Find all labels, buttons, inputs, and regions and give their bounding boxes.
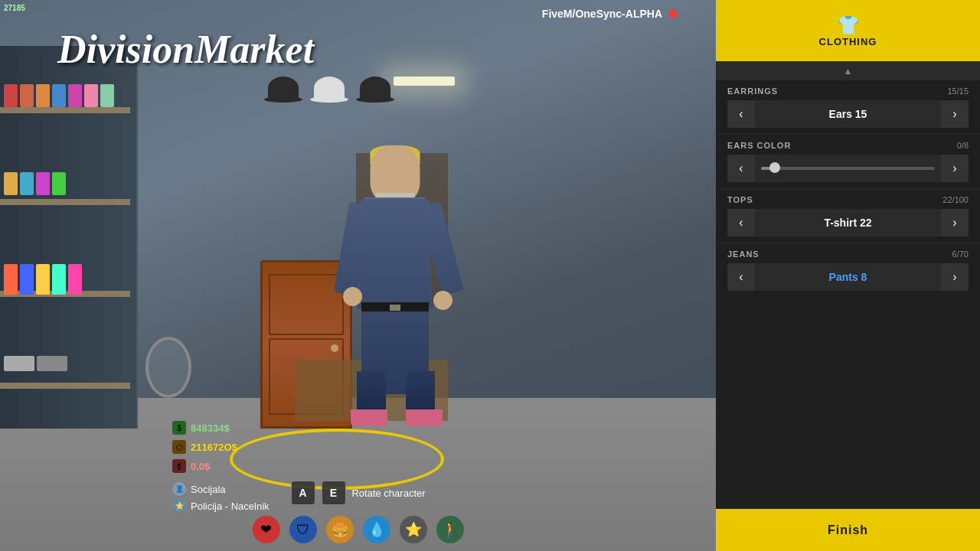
wall-display — [268, 77, 390, 99]
earrings-header: EARRINGS 15/15 — [727, 86, 969, 96]
fan — [145, 337, 191, 398]
username-label: Socijala — [191, 484, 226, 495]
user-info: 👤 Socijala ⭐ Policija - Nacelnik — [172, 482, 270, 513]
ears-color-slider-thumb — [769, 162, 780, 173]
clothing-icon: 👕 — [837, 15, 860, 36]
controls-bar: A E Rotate character — [290, 481, 425, 505]
ears-color-count: 0/8 — [957, 141, 969, 150]
shelf-item — [52, 84, 66, 107]
panel-header: 👕 CLOTHING — [716, 0, 980, 61]
panel-title: CLOTHING — [819, 36, 877, 47]
shelves-left — [0, 46, 138, 429]
shelf-item — [52, 172, 66, 195]
panel-sections: EARRINGS 15/15 ‹ Ears 15 › EARS COLOR 0/… — [716, 80, 980, 295]
jeans-next-button[interactable]: › — [941, 263, 969, 291]
tops-selector: ‹ T-shirt 22 › — [727, 209, 969, 236]
shelf-item — [20, 172, 34, 195]
earrings-selector: ‹ Ears 15 › — [727, 100, 969, 128]
earrings-section: EARRINGS 15/15 ‹ Ears 15 › — [716, 80, 980, 135]
ears-color-header: EARS COLOR 0/8 — [727, 141, 969, 150]
shelf-2 — [0, 199, 130, 205]
rotate-label: Rotate character — [351, 487, 425, 499]
role-label: Policija - Nacelnik — [191, 500, 270, 512]
ears-color-next-button[interactable]: › — [941, 155, 969, 182]
char-leg-left — [357, 371, 386, 413]
shelf-1 — [0, 107, 130, 113]
wall-hat-3 — [360, 77, 390, 99]
wall-hat-2 — [314, 77, 345, 99]
finish-button[interactable]: Finish — [716, 509, 980, 551]
money-gold-amount: 211672O$ — [191, 442, 237, 453]
server-status-dot — [668, 9, 678, 18]
char-shoe-left — [351, 409, 387, 426]
walk-icon: 🚶 — [436, 516, 464, 543]
char-shoe-right — [406, 409, 443, 426]
username-icon: 👤 — [172, 482, 186, 496]
armor-icon: 🛡 — [289, 516, 317, 543]
tops-header: TOPS 22/100 — [727, 195, 969, 204]
char-leg-right — [406, 371, 435, 413]
char-body — [361, 199, 430, 306]
ears-color-section: EARS COLOR 0/8 ‹ › — [716, 135, 980, 189]
tops-label: TOPS — [727, 195, 753, 204]
char-hand-left — [343, 287, 362, 306]
extra-icon: ⭐ — [400, 516, 427, 543]
shelf-item — [4, 172, 18, 195]
panel-spacer — [716, 295, 980, 509]
water-icon: 💧 — [363, 516, 390, 543]
key-a-button[interactable]: A — [290, 481, 315, 505]
char-hand-right — [433, 291, 452, 310]
scroll-indicator: ▲ — [716, 61, 980, 80]
shelf-item — [37, 356, 67, 371]
shelf-item — [36, 84, 50, 107]
shelf-item — [20, 264, 34, 295]
jeans-value: Pants 8 — [755, 271, 941, 283]
key-e-button[interactable]: E — [321, 481, 345, 505]
door-panel-top — [269, 274, 344, 335]
jeans-label: JEANS — [727, 249, 760, 259]
shelf-4 — [0, 383, 130, 389]
shelf-item — [52, 264, 66, 295]
jeans-section: JEANS 6/70 ‹ Pants 8 › — [716, 243, 980, 295]
tops-prev-button[interactable]: ‹ — [727, 209, 755, 236]
scroll-arrow-up: ▲ — [844, 66, 853, 77]
money-green-icon: $ — [172, 421, 186, 435]
earrings-value: Ears 15 — [755, 108, 941, 120]
game-title: DivisionMarket — [57, 27, 314, 72]
shelf-item — [20, 84, 34, 107]
ceiling-light — [394, 77, 455, 86]
ears-color-prev-button[interactable]: ‹ — [727, 155, 755, 182]
clothing-panel: 👕 CLOTHING ▲ EARRINGS 15/15 ‹ Ears 15 › … — [716, 0, 980, 551]
earrings-prev-button[interactable]: ‹ — [727, 100, 755, 128]
shelf-item — [36, 172, 50, 195]
earrings-count: 15/15 — [947, 86, 969, 96]
money-hud: $ 848334$ ⬡ 211672O$ ₿ 0.0$ — [172, 419, 237, 474]
game-viewport: 27185 DivisionMarket FiveM/OneSync-ALPHA… — [0, 0, 716, 551]
hud-icons-bar: ❤ 🛡 🍔 💧 ⭐ 🚶 — [253, 516, 464, 543]
jeans-selector: ‹ Pants 8 › — [727, 263, 969, 291]
money-gold-icon: ⬡ — [172, 440, 186, 454]
shelf-item — [36, 264, 50, 295]
server-info: FiveM/OneSync-ALPHA — [542, 8, 678, 20]
jeans-header: JEANS 6/70 — [727, 249, 969, 259]
shelf-item — [84, 84, 98, 107]
tops-next-button[interactable]: › — [941, 209, 969, 236]
server-name: FiveM/OneSync-ALPHA — [542, 8, 662, 20]
tops-count: 22/100 — [942, 195, 969, 204]
shelf-item — [4, 264, 18, 295]
jeans-prev-button[interactable]: ‹ — [727, 263, 755, 291]
role-row: ⭐ Policija - Nacelnik — [172, 499, 270, 513]
shelf-item — [68, 264, 82, 295]
tops-section: TOPS 22/100 ‹ T-shirt 22 › — [716, 189, 980, 243]
money-green-row: $ 848334$ — [172, 419, 237, 436]
health-icon: ❤ — [253, 516, 280, 543]
shelf-item — [100, 84, 114, 107]
earrings-next-button[interactable]: › — [941, 100, 969, 128]
fivem-logo: 27185 — [4, 4, 25, 12]
role-icon: ⭐ — [172, 499, 186, 513]
ears-color-slider-track[interactable] — [761, 167, 935, 170]
shelf-item — [4, 356, 34, 371]
ears-color-selector: ‹ › — [727, 155, 969, 182]
shelf-item — [4, 84, 18, 107]
money-crypto-amount: 0.0$ — [191, 461, 210, 472]
